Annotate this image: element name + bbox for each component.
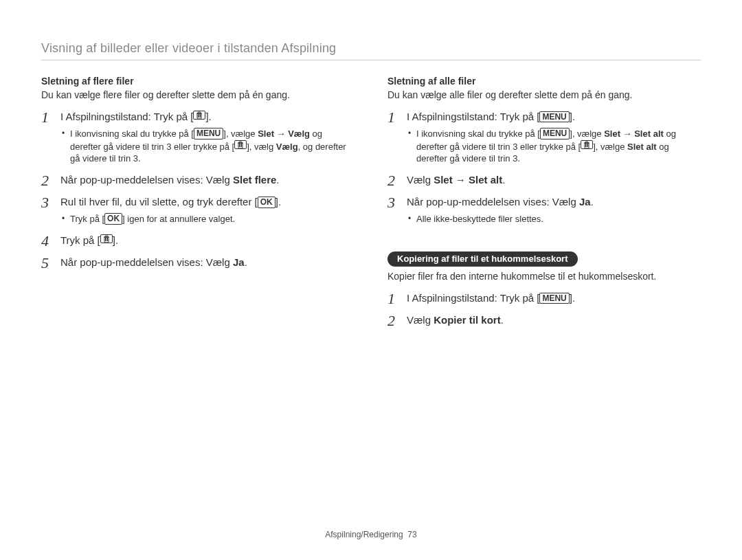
t: Slet <box>258 128 274 139</box>
t: . <box>276 174 279 186</box>
t: Slet alt <box>627 142 657 152</box>
t: Slet alt <box>634 128 664 139</box>
copy-step-2: 2 Vælg Kopier til kort. <box>387 313 701 327</box>
left-steps: 1 I Afspilningstilstand: Tryk på []. I i… <box>41 110 355 269</box>
step-number: 2 <box>387 170 395 191</box>
left-step-1-sub: I ikonvisning skal du trykke på [MENU], … <box>60 128 355 165</box>
t: Ja <box>579 196 591 208</box>
t: Kopier til kort <box>434 314 501 326</box>
left-step-5: 5 Når pop-up-meddelelsen vises: Vælg Ja. <box>41 256 355 269</box>
page-footer: Afspilning/Redigering 73 <box>0 530 742 539</box>
footer-section: Afspilning/Redigering <box>325 530 403 539</box>
step-number: 5 <box>41 253 49 273</box>
divider <box>41 60 701 60</box>
step-number: 4 <box>41 231 49 251</box>
copy-section-pill: Kopiering af filer til et hukommelseskor… <box>387 251 578 267</box>
t: Vælg <box>407 174 434 186</box>
t: I Afspilningstilstand: Tryk på [ <box>407 111 539 122</box>
t: ]. <box>570 111 575 122</box>
t: Vælg <box>407 314 434 326</box>
t: Vælg <box>288 128 310 139</box>
right-intro: Du kan vælge alle filer og derefter slet… <box>387 89 701 100</box>
sub-item: Tryk på [OK] igen for at annullere valge… <box>60 213 355 225</box>
t: ] igen for at annullere valget. <box>122 214 235 224</box>
t: ]. <box>113 234 118 246</box>
step-text: ]. <box>205 111 211 122</box>
t: Tryk på [ <box>70 214 104 224</box>
t: ], vælge <box>223 128 258 139</box>
step-text: I Afspilningstilstand: Tryk på [ <box>60 111 193 122</box>
t: I ikonvisning skal du trykke på [ <box>416 128 540 139</box>
t: ], vælg <box>247 142 276 152</box>
t: ]. <box>570 292 575 304</box>
t: Tryk på [ <box>60 234 100 246</box>
t: → <box>620 128 634 139</box>
copy-step-1: 1 I Afspilningstilstand: Tryk på [MENU]. <box>387 291 701 305</box>
t: ], vælge <box>570 128 604 139</box>
left-step-4: 4 Tryk på []. <box>41 234 355 247</box>
t: Når pop-up-meddelelsen vises: Vælg <box>60 256 233 268</box>
t: Slet <box>434 174 453 186</box>
t: Rul til hver fil, du vil slette, og tryk… <box>60 196 258 208</box>
copy-intro: Kopier filer fra den interne hukommelse … <box>387 271 701 282</box>
t: ], vælge <box>593 142 627 152</box>
sub-item: I ikonvisning skal du trykke på [MENU], … <box>60 128 355 165</box>
t: → <box>453 174 469 186</box>
copy-steps: 1 I Afspilningstilstand: Tryk på [MENU].… <box>387 291 701 328</box>
t: . <box>591 196 594 208</box>
step-number: 2 <box>41 170 49 191</box>
t: Når pop-up-meddelelsen vises: Vælg <box>407 196 579 208</box>
t: . <box>502 174 505 186</box>
right-column: Sletning af alle filer Du kan vælge alle… <box>387 76 701 335</box>
menu-button-icon: MENU <box>540 128 570 139</box>
right-step-3-sub: Alle ikke-beskyttede filer slettes. <box>407 213 701 225</box>
right-step-3: 3 Når pop-up-meddelelsen vises: Vælg Ja.… <box>387 195 701 225</box>
right-heading: Sletning af alle filer <box>387 76 701 87</box>
footer-page-number: 73 <box>407 530 416 539</box>
trash-icon <box>234 140 247 149</box>
sub-item: I ikonvisning skal du trykke på [MENU], … <box>407 128 701 165</box>
content-columns: Sletning af flere filer Du kan vælge fle… <box>41 76 701 335</box>
t: → <box>274 128 288 139</box>
left-step-1: 1 I Afspilningstilstand: Tryk på []. I i… <box>41 110 355 165</box>
t: Vælg <box>276 142 298 152</box>
left-step-2: 2 Når pop-up-meddelelsen vises: Vælg Sle… <box>41 173 355 187</box>
left-heading: Sletning af flere filer <box>41 76 355 87</box>
t: Ja <box>233 256 245 268</box>
t: . <box>245 256 247 268</box>
right-step-1-sub: I ikonvisning skal du trykke på [MENU], … <box>407 128 701 165</box>
left-intro: Du kan vælge flere filer og derefter sle… <box>41 89 355 100</box>
left-column: Sletning af flere filer Du kan vælge fle… <box>41 76 355 335</box>
t: Når pop-up-meddelelsen vises: Vælg <box>60 174 233 186</box>
t: Slet alt <box>469 174 502 186</box>
t: Slet <box>604 128 620 139</box>
step-number: 3 <box>41 192 49 213</box>
step-number: 3 <box>387 192 395 213</box>
trash-icon <box>100 234 113 243</box>
ok-button-icon: OK <box>258 197 276 208</box>
t: . <box>501 314 504 326</box>
menu-button-icon: MENU <box>539 293 569 304</box>
page-title: Visning af billeder eller videoer i tils… <box>41 41 701 56</box>
step-number: 1 <box>387 289 395 309</box>
trash-icon <box>581 140 593 149</box>
t: I ikonvisning skal du trykke på [ <box>70 128 194 139</box>
left-step-3: 3 Rul til hver fil, du vil slette, og tr… <box>41 195 355 225</box>
right-steps: 1 I Afspilningstilstand: Tryk på [MENU].… <box>387 110 701 225</box>
step-number: 1 <box>387 107 395 128</box>
menu-button-icon: MENU <box>194 128 223 139</box>
menu-button-icon: MENU <box>539 111 569 122</box>
right-step-2: 2 Vælg Slet → Slet alt. <box>387 173 701 187</box>
step-number: 2 <box>387 311 395 331</box>
t: Slet flere <box>233 174 276 186</box>
step-number: 1 <box>41 107 49 128</box>
sub-item: Alle ikke-beskyttede filer slettes. <box>407 213 701 225</box>
left-step-3-sub: Tryk på [OK] igen for at annullere valge… <box>60 213 355 225</box>
t: I Afspilningstilstand: Tryk på [ <box>407 292 539 304</box>
t: ]. <box>276 196 281 208</box>
right-step-1: 1 I Afspilningstilstand: Tryk på [MENU].… <box>387 110 701 165</box>
ok-button-icon: OK <box>104 213 122 224</box>
trash-icon <box>193 111 205 120</box>
